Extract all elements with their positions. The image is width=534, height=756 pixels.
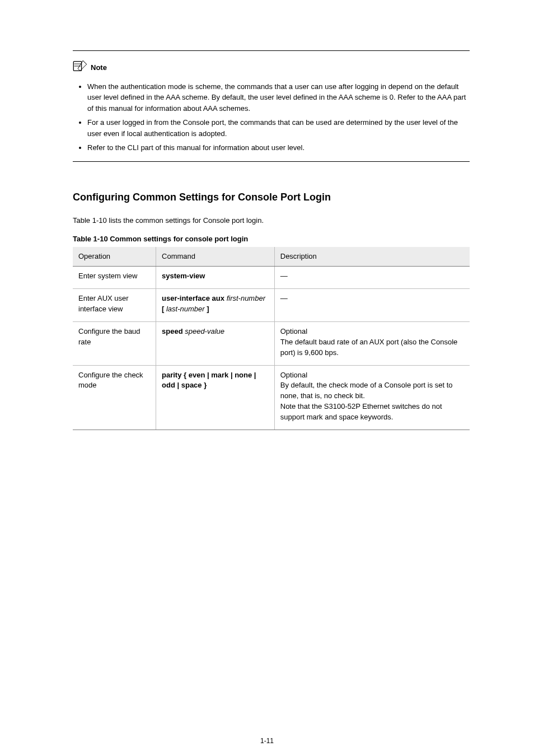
svg-rect-0: [73, 62, 81, 71]
cell-description: Optional The default baud rate of an AUX…: [274, 322, 470, 366]
cell-command: system-view: [156, 267, 275, 289]
note-item: For a user logged in from the Console po…: [87, 117, 470, 139]
table-row: Enter AUX user interface viewuser-interf…: [73, 289, 470, 322]
cell-operation: Enter AUX user interface view: [73, 289, 156, 322]
section-intro: Table 1-10 lists the common settings for…: [73, 216, 470, 226]
cell-description: —: [274, 289, 470, 322]
section-heading: Configuring Common Settings for Console …: [73, 190, 470, 204]
note-item: Refer to the CLI part of this manual for…: [87, 142, 470, 153]
cell-description: Optional By default, the check mode of a…: [274, 365, 470, 430]
page-number: 1-11: [0, 736, 534, 746]
table-caption-text: Table 1-10 Common settings for console p…: [73, 235, 248, 243]
cell-command: parity { even | mark | none | odd | spac…: [156, 365, 275, 430]
note-item: When the authentication mode is scheme, …: [87, 81, 470, 114]
table-row: Enter system viewsystem-view—: [73, 267, 470, 289]
note-list: When the authentication mode is scheme, …: [77, 81, 470, 153]
note-icon: [73, 60, 87, 76]
top-rule: [73, 50, 470, 51]
cell-command: speed speed-value: [156, 322, 275, 366]
table-caption: Table 1-10 Common settings for console p…: [73, 234, 470, 245]
cell-command: user-interface aux first-number [ last-n…: [156, 289, 275, 322]
table-row: Configure the baud ratespeed speed-value…: [73, 322, 470, 366]
note-label: Note: [91, 63, 107, 73]
note-header: Note: [73, 60, 470, 76]
col-command: Command: [156, 247, 275, 267]
bottom-rule: [73, 161, 470, 162]
cell-operation: Configure the check mode: [73, 365, 156, 430]
page-root: Note When the authentication mode is sch…: [0, 0, 534, 756]
col-description: Description: [274, 247, 470, 267]
cell-operation: Configure the baud rate: [73, 322, 156, 366]
cell-description: —: [274, 267, 470, 289]
col-operation: Operation: [73, 247, 156, 267]
config-table: Operation Command Description Enter syst…: [73, 247, 470, 430]
cell-operation: Enter system view: [73, 267, 156, 289]
table-row: Configure the check modeparity { even | …: [73, 365, 470, 430]
